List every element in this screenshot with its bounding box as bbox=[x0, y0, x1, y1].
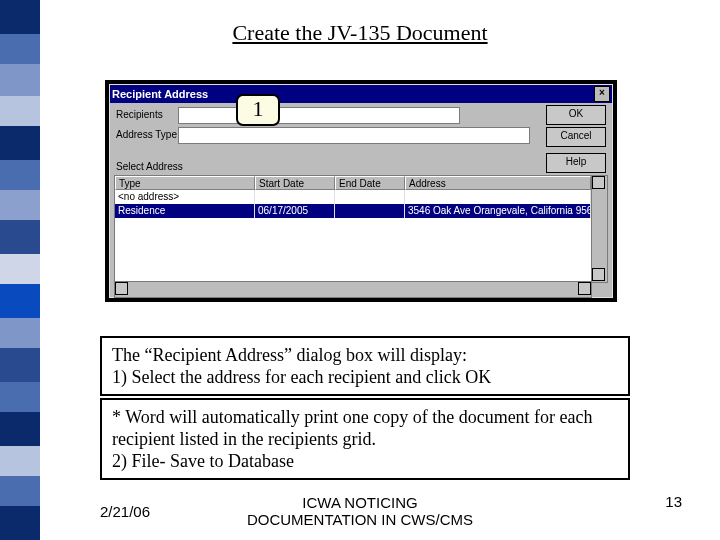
instruction-box-1: The “Recipient Address” dialog box will … bbox=[100, 336, 630, 396]
callout-1: 1 bbox=[236, 94, 280, 126]
ok-button[interactable]: OK bbox=[546, 105, 606, 125]
address-grid[interactable]: Type Start Date End Date Address <no add… bbox=[114, 175, 592, 283]
col-address: Address bbox=[405, 176, 591, 190]
footer-page-number: 13 bbox=[665, 493, 682, 510]
table-row[interactable]: <no address> bbox=[115, 190, 591, 204]
col-type: Type bbox=[115, 176, 255, 190]
table-row[interactable]: Residence 06/17/2005 3546 Oak Ave Orange… bbox=[115, 204, 591, 218]
scroll-right-icon[interactable] bbox=[578, 282, 591, 295]
select-address-label: Select Address bbox=[116, 161, 183, 172]
grid-header: Type Start Date End Date Address bbox=[115, 176, 591, 190]
footer-title: ICWA NOTICING DOCUMENTATION IN CWS/CMS bbox=[0, 494, 720, 528]
horizontal-scrollbar[interactable] bbox=[114, 281, 592, 298]
col-start-date: Start Date bbox=[255, 176, 335, 190]
scroll-down-icon[interactable] bbox=[592, 268, 605, 281]
dialog-titlebar: Recipient Address × bbox=[110, 85, 612, 103]
address-type-label: Address Type bbox=[116, 129, 177, 140]
instruction-box-2: * Word will automatically print one copy… bbox=[100, 398, 630, 480]
recipient-address-dialog: Recipient Address × Recipients Address T… bbox=[105, 80, 617, 302]
vertical-scrollbar[interactable] bbox=[591, 175, 608, 283]
page-title: Create the JV-135 Document bbox=[0, 20, 720, 46]
recipients-field[interactable] bbox=[178, 107, 460, 124]
scroll-left-icon[interactable] bbox=[115, 282, 128, 295]
close-icon[interactable]: × bbox=[594, 86, 610, 102]
scroll-up-icon[interactable] bbox=[592, 176, 605, 189]
help-button[interactable]: Help bbox=[546, 153, 606, 173]
decorative-color-bar bbox=[0, 0, 40, 540]
recipients-label: Recipients bbox=[116, 109, 163, 120]
cancel-button[interactable]: Cancel bbox=[546, 127, 606, 147]
col-end-date: End Date bbox=[335, 176, 405, 190]
address-type-field[interactable] bbox=[178, 127, 530, 144]
dialog-title: Recipient Address bbox=[112, 88, 208, 100]
